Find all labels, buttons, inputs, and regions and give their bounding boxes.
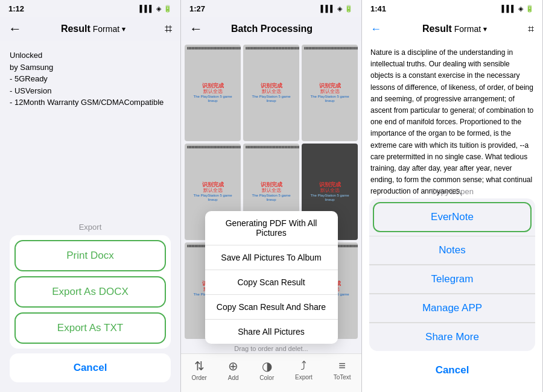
signal-icon: ▌▌▌ xyxy=(140,5,154,12)
battery-icon-3: 🔋 xyxy=(526,5,534,13)
export-options-box: Print Docx Export As DOCX Export As TXT xyxy=(10,235,171,349)
content-line-1: Unlocked xyxy=(10,49,171,62)
context-menu: Generating PDF With All Pictures Save Al… xyxy=(205,211,338,344)
signal-icon-2: ▌▌▌ xyxy=(321,5,335,12)
content-line-2: by Samsung xyxy=(10,62,171,74)
order-icon: ⇅ xyxy=(194,359,205,373)
thumb-1-text: 识别完成 默认全选 The PlayStation 5 game lineup xyxy=(192,83,234,104)
color-icon: ◑ xyxy=(262,359,272,373)
ctx-item-5[interactable]: Share All Pictures xyxy=(205,320,338,344)
time-1: 1:12 xyxy=(8,4,24,13)
manage-app-button[interactable]: Manage APP xyxy=(369,294,535,323)
ctx-item-2[interactable]: Save All Pictures To Album xyxy=(205,245,338,270)
copy-open-cancel-button[interactable]: Cancel xyxy=(369,356,535,385)
copy-open-title: Copy&Open xyxy=(369,182,535,198)
chevron-down-icon-3: ▾ xyxy=(483,25,487,33)
export-txt-button[interactable]: Export As TXT xyxy=(14,312,166,344)
color-label: Color xyxy=(259,375,274,381)
color-button[interactable]: ◑ Color xyxy=(259,359,274,381)
batch-bottom-bar: ⇅ Order ⊕ Add ◑ Color ⤴ Export ≡ ToText xyxy=(181,353,361,392)
panel-result-export: 1:12 ▌▌▌ ◈ 🔋 ← Result Format ▾ ⌗ Unlocke… xyxy=(0,0,181,392)
status-icons-3: ▌▌▌ ◈ 🔋 xyxy=(502,5,534,13)
format-dropdown[interactable]: Format xyxy=(93,24,119,34)
totext-icon: ≡ xyxy=(338,359,346,373)
chevron-down-icon: ▾ xyxy=(122,25,125,33)
nav-bar-2: ← Batch Processing xyxy=(181,17,361,41)
status-bar-2: 1:27 ▌▌▌ ◈ 🔋 xyxy=(181,0,361,17)
content-line-4: - USVersion xyxy=(10,85,171,97)
battery-icon: 🔋 xyxy=(164,5,172,13)
evernote-button[interactable]: EverNote xyxy=(373,202,532,232)
format-dropdown-3[interactable]: Format xyxy=(454,24,481,34)
panel-result-copy-open: 1:41 ▌▌▌ ◈ 🔋 ← Result Format ▾ ⌗ Nature … xyxy=(362,0,543,392)
nav-title-2: Batch Processing xyxy=(231,24,313,34)
nav-bar-1: ← Result Format ▾ ⌗ xyxy=(0,17,180,41)
thumb-2-text: 识别完成 默认全选 The PlayStation 5 game lineup xyxy=(250,83,293,104)
thumb-5-text: 识别完成 默认全选 The PlayStation 5 game lineup xyxy=(250,182,293,203)
nav-bar-3: ← Result Format ▾ ⌗ xyxy=(362,17,542,41)
panel-batch-processing: 1:27 ▌▌▌ ◈ 🔋 ← Batch Processing ████████… xyxy=(181,0,362,392)
battery-icon-2: 🔋 xyxy=(345,5,353,13)
add-button[interactable]: ⊕ Add xyxy=(228,359,239,381)
add-icon: ⊕ xyxy=(228,359,238,373)
ctx-item-1[interactable]: Generating PDF With All Pictures xyxy=(205,211,338,245)
status-icons-1: ▌▌▌ ◈ 🔋 xyxy=(140,5,172,13)
wifi-icon: ◈ xyxy=(156,5,161,13)
totext-label: ToText xyxy=(334,374,351,381)
thumb-6-text: 识别完成 默认全选 The PlayStation 5 game lineup xyxy=(309,182,351,203)
time-2: 1:27 xyxy=(189,4,205,13)
add-label: Add xyxy=(228,375,239,381)
signal-icon-3: ▌▌▌ xyxy=(502,5,516,12)
export-label: Export xyxy=(295,374,313,381)
scan-icon[interactable]: ⌗ xyxy=(164,21,173,37)
export-button[interactable]: ⤴ Export xyxy=(295,359,313,381)
export-icon: ⤴ xyxy=(300,359,306,373)
wifi-icon-3: ◈ xyxy=(518,5,523,13)
thumb-2[interactable]: ████████████████████████████████████████… xyxy=(243,45,299,141)
export-sheet: Export Print Docx Export As DOCX Export … xyxy=(0,217,180,392)
telegram-button[interactable]: Telegram xyxy=(369,265,535,294)
back-button-3[interactable]: ← xyxy=(369,22,383,36)
zh-sub-1: 默认全选 xyxy=(192,89,234,95)
status-icons-2: ▌▌▌ ◈ 🔋 xyxy=(321,5,353,13)
ctx-item-3[interactable]: Copy Scan Result xyxy=(205,270,338,295)
status-bar-3: 1:41 ▌▌▌ ◈ 🔋 xyxy=(362,0,542,17)
drag-label: Drag to order and delet... xyxy=(181,343,361,353)
zh-main-1: 识别完成 xyxy=(192,83,234,89)
thumb-3[interactable]: ████████████████████████████████████████… xyxy=(302,45,358,141)
export-cancel-button[interactable]: Cancel xyxy=(10,353,171,382)
print-docx-button[interactable]: Print Docx xyxy=(14,240,166,271)
notes-button[interactable]: Notes xyxy=(369,236,535,265)
back-button-2[interactable]: ← xyxy=(188,21,204,37)
nav-title-1: Result Format ▾ xyxy=(61,24,125,34)
wifi-icon-2: ◈ xyxy=(337,5,342,13)
share-more-button[interactable]: Share More xyxy=(369,323,535,351)
status-bar-1: 1:12 ▌▌▌ ◈ 🔋 xyxy=(0,0,180,17)
order-label: Order xyxy=(191,375,207,381)
nav-title-3: Result Format ▾ xyxy=(422,24,487,34)
en-small-1: The PlayStation 5 game lineup xyxy=(192,95,234,103)
totext-button[interactable]: ≡ ToText xyxy=(334,359,351,381)
back-button-1[interactable]: ← xyxy=(7,21,23,37)
order-button[interactable]: ⇅ Order xyxy=(191,359,207,381)
content-line-3: - 5GReady xyxy=(10,73,171,85)
thumb-3-text: 识别完成 默认全选 The PlayStation 5 game lineup xyxy=(309,83,351,104)
thumb-1[interactable]: ████████████████████████████████████████… xyxy=(185,45,241,141)
export-title: Export xyxy=(10,217,171,235)
thumb-4-text: 识别完成 默认全选 The PlayStation 5 game lineup xyxy=(192,182,234,203)
ctx-item-4[interactable]: Copy Scan Result And Share xyxy=(205,295,338,320)
export-docx-button[interactable]: Export As DOCX xyxy=(14,276,166,308)
content-line-5: - 12Month Warranty GSM/CDMACompatible xyxy=(10,96,171,109)
copy-open-sheet: Copy&Open EverNote Notes Telegram Manage… xyxy=(362,182,542,392)
time-3: 1:41 xyxy=(370,4,386,13)
copy-open-box: EverNote Notes Telegram Manage APP Share… xyxy=(369,198,535,351)
scan-icon-3[interactable]: ⌗ xyxy=(527,22,535,36)
